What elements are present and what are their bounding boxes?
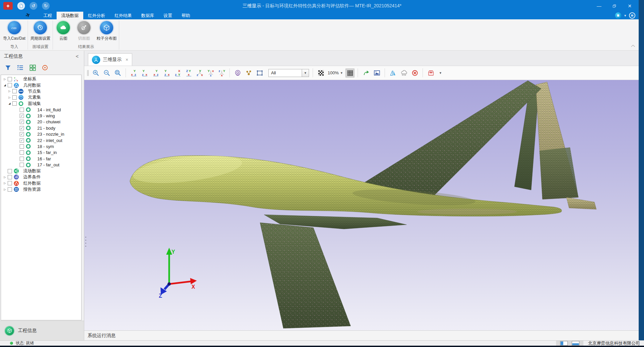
tree-item-boundary-cond[interactable]: ▷边界条件 (1, 174, 81, 180)
menubar-caret-icon[interactable]: ▼ (624, 14, 627, 17)
tree-checkbox[interactable] (20, 157, 24, 161)
window-mode-button[interactable] (615, 12, 621, 19)
ribbon-collapse-button[interactable] (631, 43, 635, 49)
minimize-button[interactable]: — (591, 0, 607, 12)
restore-button[interactable] (607, 0, 622, 12)
save-scene-icon[interactable] (426, 68, 436, 78)
view-iso-xyz-icon[interactable]: Yzx (195, 68, 204, 78)
combo-dropdown-button[interactable]: ▼ (302, 69, 309, 77)
tree-item-21-body[interactable]: ✓21 - body (1, 125, 81, 131)
tree-checkbox[interactable]: ✓ (20, 126, 24, 130)
new-document-button[interactable] (17, 2, 25, 10)
tree-checkbox[interactable] (8, 181, 12, 185)
tree-item-node-set[interactable]: ▷节点集 (1, 88, 81, 94)
tree-item-20-chuiwei[interactable]: ✓20 - chuiwei (1, 119, 81, 125)
view-right-icon[interactable]: Yzx (162, 68, 171, 78)
tree-item-infrared-data[interactable]: ▷红外数据 (1, 180, 81, 186)
outline-list-icon[interactable] (17, 64, 24, 71)
box-select-icon[interactable] (255, 68, 264, 78)
app-menu-button[interactable] (3, 2, 13, 10)
ribbon-button-cloud-map[interactable]: 云图 (53, 19, 74, 41)
menu-tab-flow-data[interactable]: 流场数据 (57, 12, 83, 19)
tree-checkbox[interactable]: ✓ (20, 132, 24, 136)
grid-view-icon[interactable] (29, 64, 36, 71)
menu-tab-help[interactable]: 帮助 (177, 12, 195, 19)
tree-item-flow-field-data[interactable]: 流场数据 (1, 168, 81, 174)
zoom-in-icon[interactable] (91, 68, 101, 78)
tree-item-geometry-data[interactable]: ◢几何数据 (1, 82, 81, 88)
tree-checkbox[interactable] (20, 144, 24, 149)
tree-checkbox[interactable]: ✓ (20, 114, 24, 118)
tree-checkbox[interactable] (20, 108, 24, 112)
tree-expand-arrow[interactable]: ◢ (3, 84, 7, 87)
menu-tab-settings[interactable]: 设置 (159, 12, 177, 19)
tree-checkbox[interactable] (8, 77, 12, 81)
tree-checkbox[interactable] (20, 163, 24, 167)
tab-3d-display[interactable]: 三维显示 × (88, 53, 132, 66)
viewport-canvas[interactable]: Y X Z (84, 80, 644, 330)
perspective-camera-icon[interactable] (233, 68, 242, 78)
locate-icon[interactable] (41, 64, 49, 71)
tree-checkbox[interactable] (12, 89, 17, 93)
layout-bottom-panel-icon[interactable] (572, 341, 579, 346)
tree-checkbox[interactable] (8, 169, 12, 173)
zoom-out-icon[interactable] (102, 68, 112, 78)
node-display-icon[interactable] (244, 68, 253, 78)
menu-tab-ir-analysis[interactable]: 红外分析 (83, 12, 110, 19)
transparency-icon[interactable] (316, 68, 326, 78)
view-top-icon[interactable]: XzY (173, 68, 182, 78)
tree-item-coord-system[interactable]: ▷YZX坐标系 (1, 76, 81, 82)
toolbar-grip[interactable] (87, 69, 89, 77)
menu-tab-project[interactable]: 工程 (39, 12, 57, 19)
tree-checkbox[interactable] (12, 101, 17, 106)
redo-button[interactable]: ↻ (42, 2, 50, 10)
undo-button[interactable]: ↺ (30, 2, 37, 10)
ribbon-button-import-cas-dat[interactable]: cas导入Cas/Dat (1, 19, 28, 41)
tree-checkbox[interactable]: ✓ (20, 138, 24, 143)
cloud-display-icon[interactable] (399, 68, 409, 78)
tree-checkbox[interactable] (8, 83, 12, 87)
tree-expand-arrow[interactable]: ◢ (7, 102, 12, 105)
tree-checkbox[interactable] (8, 175, 12, 179)
view-iso-yxz-icon[interactable]: Yxz (206, 68, 215, 78)
tree-checkbox[interactable] (20, 150, 24, 155)
save-scene-caret[interactable]: ▼ (438, 71, 442, 75)
grid-toggle-icon[interactable] (345, 68, 355, 78)
tree-item-17-far-out[interactable]: 17 - far_out (1, 162, 81, 168)
tree-item-22-inlet-out[interactable]: ✓22 - inlet_out (1, 137, 81, 143)
zoom-level-select[interactable]: 100%▼ (328, 70, 343, 75)
mirror-icon[interactable] (388, 68, 398, 78)
tree-item-15-far-in[interactable]: 15 - far_in (1, 150, 81, 156)
tree-expand-arrow[interactable]: ▷ (7, 96, 12, 99)
panel-collapse-button[interactable]: < (76, 53, 79, 59)
tree-expand-arrow[interactable]: ▷ (3, 182, 7, 185)
menu-tab-ir-result[interactable]: 红外结果 (110, 12, 137, 19)
view-back-icon[interactable]: Yzx (140, 68, 150, 78)
tree-expand-arrow[interactable]: ▷ (3, 188, 7, 191)
cancel-icon[interactable] (410, 68, 420, 78)
layout-left-panel-icon[interactable] (560, 341, 568, 346)
tree-item-16-far[interactable]: 16 - far (1, 156, 81, 162)
view-iso-zxy-icon[interactable]: zYx (217, 68, 226, 78)
tree-expand-arrow[interactable]: ▷ (7, 90, 12, 93)
ribbon-button-particle-distribution-map[interactable]: 粒子分布图 (94, 19, 119, 41)
tree-item-surface-set[interactable]: ◢面域集 (1, 101, 81, 107)
export-view-icon[interactable] (361, 68, 371, 78)
snapshot-icon[interactable] (372, 68, 382, 78)
tab-close-icon[interactable]: × (126, 57, 128, 62)
tree-item-19-wing[interactable]: ✓19 - wing (1, 113, 81, 119)
tree-checkbox[interactable]: ✓ (20, 120, 24, 124)
close-button[interactable]: ✕ (622, 0, 637, 12)
tree-item-14-int-fluid[interactable]: 14 - int_fluid (1, 107, 81, 113)
tree-item-element-set[interactable]: ▷元素集 (1, 94, 81, 100)
menu-tab-database[interactable]: 数据库 (137, 12, 159, 19)
tree-item-18-sym[interactable]: 18 - sym (1, 143, 81, 149)
panel-splitter-handle[interactable] (85, 237, 86, 250)
view-front-icon[interactable]: Yxz (129, 68, 139, 78)
ribbon-button-periodic-surface-setting[interactable]: 周期面设置 (28, 19, 53, 41)
tree-item-report-res[interactable]: ▷报告资源 (1, 186, 81, 192)
zoom-fit-icon[interactable] (113, 68, 123, 78)
tree-item-23-nozzle-in[interactable]: ✓23 - nozzle_in (1, 131, 81, 137)
tree-expand-arrow[interactable]: ▷ (3, 176, 7, 179)
view-bottom-icon[interactable]: ZYx (184, 68, 193, 78)
